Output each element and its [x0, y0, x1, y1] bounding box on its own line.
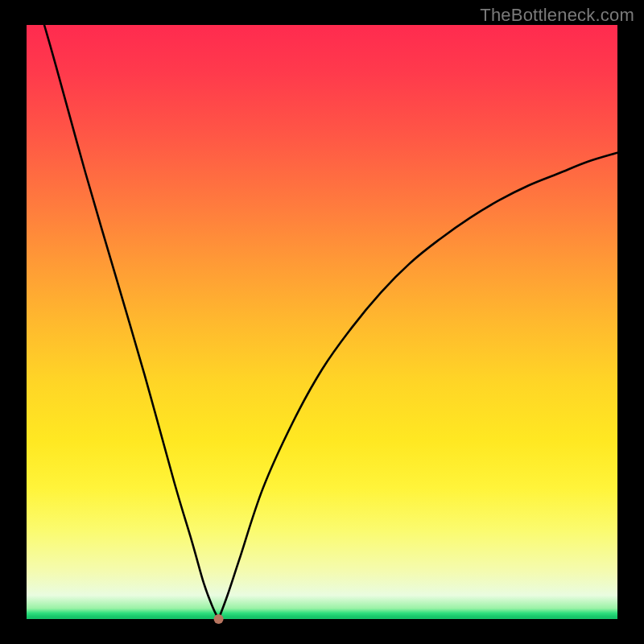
- minimum-marker: [214, 614, 224, 624]
- chart-frame: TheBottleneck.com: [0, 0, 644, 644]
- curve-layer: [27, 25, 617, 619]
- curve-left-branch: [44, 25, 219, 619]
- watermark-text: TheBottleneck.com: [480, 5, 634, 26]
- curve-right-branch: [219, 153, 617, 619]
- plot-area: [27, 25, 617, 619]
